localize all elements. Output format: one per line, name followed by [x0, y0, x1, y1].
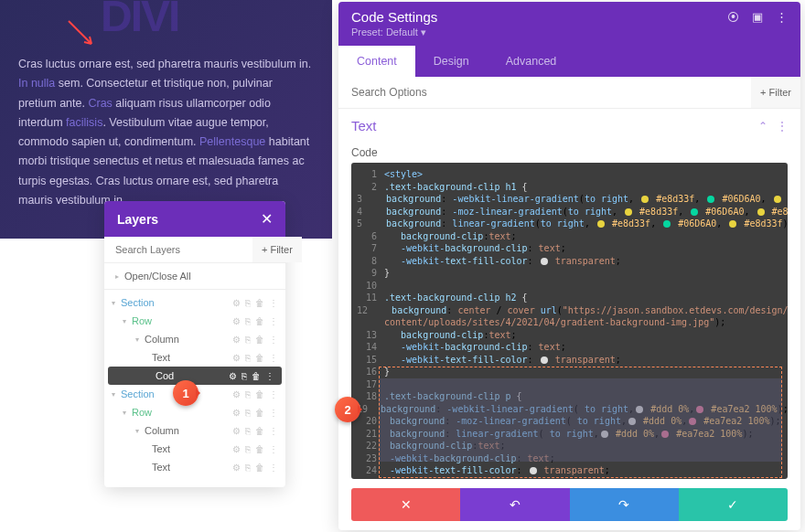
gear-icon[interactable]: ⚙: [232, 316, 241, 326]
trash-icon[interactable]: 🗑: [255, 444, 264, 454]
more-icon[interactable]: ⋮: [269, 463, 278, 473]
code-line[interactable]: 18.text-background-clip p {: [357, 390, 782, 403]
code-line[interactable]: 13 background-clip:text;: [357, 329, 782, 342]
layers-search-input[interactable]: [104, 237, 252, 262]
copy-icon[interactable]: ⎘: [245, 389, 251, 399]
code-line[interactable]: 5 background: linear-gradient(to right, …: [357, 218, 782, 230]
trash-icon[interactable]: 🗑: [255, 389, 264, 399]
code-line[interactable]: 17: [357, 378, 782, 391]
gear-icon[interactable]: ⚙: [232, 426, 241, 436]
code-line[interactable]: 20 background: -moz-linear-gradient( to …: [357, 415, 782, 428]
link-2[interactable]: Cras: [88, 97, 112, 110]
code-line[interactable]: 3 background: -webkit-linear-gradient(to…: [357, 193, 782, 206]
section-menu-icon[interactable]: ⋮: [777, 120, 788, 133]
copy-icon[interactable]: ⎘: [245, 335, 251, 345]
gear-icon[interactable]: ⚙: [232, 463, 241, 473]
gear-icon[interactable]: ⚙: [232, 408, 241, 418]
code-line[interactable]: content/uploads/sites/4/2021/04/gradient…: [357, 316, 782, 329]
more-icon[interactable]: ⋮: [269, 335, 278, 345]
gear-icon[interactable]: ⚙: [232, 389, 241, 399]
tree-item[interactable]: ▾Column⚙⎘🗑⋮: [104, 330, 285, 348]
save-button[interactable]: ✓: [679, 488, 788, 521]
gear-icon[interactable]: ⚙: [232, 353, 241, 363]
caret-icon[interactable]: ▾: [123, 409, 126, 417]
cancel-button[interactable]: ✕: [351, 488, 460, 521]
tree-item[interactable]: Text⚙⎘🗑⋮: [104, 458, 285, 476]
expand-icon[interactable]: ▣: [752, 10, 763, 24]
copy-icon[interactable]: ⎘: [245, 298, 251, 308]
gear-icon[interactable]: ⚙: [232, 298, 241, 308]
open-close-all[interactable]: ▸Open/Close All: [104, 263, 285, 290]
more-icon[interactable]: ⋮: [269, 353, 278, 363]
code-editor[interactable]: 1<style>2.text-background-clip h1 {3 bac…: [351, 163, 788, 479]
close-icon[interactable]: ✕: [261, 210, 273, 228]
chevron-up-icon[interactable]: ⌃: [758, 120, 767, 133]
caret-icon[interactable]: ▾: [112, 390, 115, 399]
more-icon[interactable]: ⋮: [269, 298, 278, 308]
copy-icon[interactable]: ⎘: [245, 444, 251, 454]
code-line[interactable]: 7 -webkit-background-clip: text;: [357, 242, 782, 255]
code-line[interactable]: 2.text-background-clip h1 {: [357, 181, 782, 194]
code-line[interactable]: 24 -webkit-text-fill-color: transparent;: [357, 464, 782, 477]
copy-icon[interactable]: ⎘: [245, 316, 251, 326]
code-line[interactable]: 16}: [357, 366, 782, 378]
copy-icon[interactable]: ⎘: [245, 426, 251, 436]
gear-icon[interactable]: ⚙: [232, 335, 241, 345]
tree-item[interactable]: ▾Section⚙⎘🗑⋮: [104, 293, 285, 312]
link-3[interactable]: facilisis: [66, 116, 102, 129]
menu-icon[interactable]: ⋮: [776, 10, 788, 24]
code-line[interactable]: 6 background-clip:text;: [357, 230, 782, 243]
code-line[interactable]: 15 -webkit-text-fill-color: transparent;: [357, 354, 782, 367]
code-line[interactable]: 25}: [357, 477, 782, 480]
tree-item[interactable]: Text⚙⎘🗑⋮: [104, 348, 285, 367]
trash-icon[interactable]: 🗑: [255, 426, 264, 436]
caret-icon[interactable]: ▾: [123, 317, 126, 325]
trash-icon[interactable]: 🗑: [255, 408, 264, 418]
trash-icon[interactable]: 🗑: [255, 298, 264, 308]
caret-icon[interactable]: ▾: [135, 427, 139, 435]
undo-button[interactable]: ↶: [460, 488, 569, 521]
tree-item[interactable]: ▾Row⚙⎘🗑⋮: [104, 403, 285, 421]
trash-icon[interactable]: 🗑: [255, 463, 264, 473]
text-section-header[interactable]: Text ⌃ ⋮: [338, 109, 800, 143]
more-icon[interactable]: ⋮: [265, 371, 274, 381]
copy-icon[interactable]: ⎘: [245, 353, 251, 363]
redo-button[interactable]: ↷: [570, 488, 679, 521]
code-line[interactable]: 12 background: center / cover url("https…: [357, 304, 782, 317]
code-line[interactable]: 22 background-clip:text;: [357, 440, 782, 452]
trash-icon[interactable]: 🗑: [255, 316, 264, 326]
tree-item[interactable]: Text⚙⎘🗑⋮: [104, 440, 285, 458]
code-line[interactable]: 8 -webkit-text-fill-color: transparent;: [357, 255, 782, 268]
tab-advanced[interactable]: Advanced: [488, 46, 575, 77]
code-line[interactable]: 19 background: -webkit-linear-gradient( …: [357, 403, 782, 416]
code-search-input[interactable]: [338, 77, 751, 108]
layers-filter-button[interactable]: +Filter: [252, 237, 302, 262]
gear-icon[interactable]: ⚙: [229, 371, 237, 381]
trash-icon[interactable]: 🗑: [255, 353, 264, 363]
code-line[interactable]: 23 -webkit-background-clip: text;: [357, 452, 782, 465]
more-icon[interactable]: ⋮: [269, 316, 278, 326]
copy-icon[interactable]: ⎘: [245, 463, 251, 473]
trash-icon[interactable]: 🗑: [252, 371, 261, 381]
code-line[interactable]: 11.text-background-clip h2 {: [357, 292, 782, 304]
tree-item[interactable]: ▾Column⚙⎘🗑⋮: [104, 421, 285, 440]
gear-icon[interactable]: ⚙: [232, 444, 241, 454]
code-line[interactable]: 21 background: linear-gradient( to right…: [357, 428, 782, 441]
more-icon[interactable]: ⋮: [269, 408, 278, 418]
code-line[interactable]: 9}: [357, 267, 782, 280]
caret-icon[interactable]: ▾: [135, 335, 139, 344]
code-line[interactable]: 10: [357, 280, 782, 293]
preset-label[interactable]: Preset: Default ▾: [351, 27, 788, 38]
tab-content[interactable]: Content: [338, 46, 415, 77]
more-icon[interactable]: ⋮: [269, 426, 278, 436]
trash-icon[interactable]: 🗑: [255, 335, 264, 345]
copy-icon[interactable]: ⎘: [245, 408, 251, 418]
link-4[interactable]: Pellentesque: [199, 135, 265, 148]
target-icon[interactable]: ⦿: [727, 10, 739, 24]
code-filter-button[interactable]: +Filter: [751, 77, 800, 108]
code-line[interactable]: 1<style>: [357, 168, 782, 181]
link-1[interactable]: In nulla: [18, 77, 55, 90]
tree-item[interactable]: ▾Row⚙⎘🗑⋮: [104, 312, 285, 330]
more-icon[interactable]: ⋮: [269, 389, 278, 399]
copy-icon[interactable]: ⎘: [242, 371, 247, 381]
